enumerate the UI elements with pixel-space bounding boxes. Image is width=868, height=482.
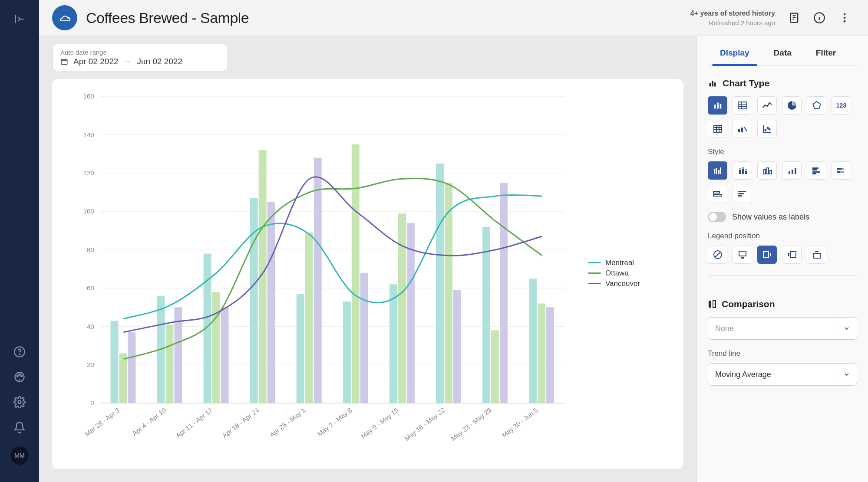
- svg-rect-96: [767, 168, 769, 174]
- show-values-label: Show values as labels: [732, 213, 809, 222]
- trend-value: Moving Average: [715, 370, 771, 379]
- svg-rect-99: [792, 170, 793, 174]
- svg-rect-85: [714, 169, 715, 174]
- svg-text:160: 160: [83, 93, 94, 100]
- tab-display[interactable]: Display: [708, 40, 762, 66]
- svg-rect-118: [770, 253, 771, 256]
- svg-rect-108: [840, 171, 844, 173]
- svg-text:60: 60: [87, 285, 94, 292]
- tab-data[interactable]: Data: [762, 40, 804, 66]
- page-title: Coffees Brewed - Sample: [86, 10, 249, 26]
- avatar[interactable]: MM: [10, 446, 29, 465]
- svg-text:Apr 25 - May 1: Apr 25 - May 1: [268, 407, 307, 439]
- svg-text:20: 20: [87, 361, 94, 368]
- refreshed-line: Refreshed 2 hours ago: [690, 18, 775, 27]
- chart-type-heading: Chart Type: [708, 78, 857, 89]
- svg-rect-73: [712, 81, 713, 87]
- comparison-icon: [708, 299, 716, 309]
- svg-text:Apr 18 - Apr 24: Apr 18 - Apr 24: [221, 407, 261, 439]
- comparison-select[interactable]: None: [708, 317, 857, 340]
- info-icon[interactable]: [813, 12, 825, 24]
- legend-label: Montreal: [605, 259, 634, 267]
- legend-position-heading: Legend position: [708, 232, 857, 240]
- bar-chart-icon: [708, 79, 717, 88]
- svg-rect-119: [791, 252, 796, 258]
- svg-rect-116: [741, 257, 744, 259]
- style-grouped-v[interactable]: [708, 161, 727, 180]
- svg-rect-46: [352, 144, 360, 403]
- date-range-picker[interactable]: Auto date range Apr 02 2022 → Jun 02 202…: [52, 44, 228, 71]
- style-outline-h[interactable]: [708, 185, 727, 203]
- svg-text:Apr 11 - Apr 17: Apr 11 - Apr 17: [175, 407, 214, 439]
- svg-rect-59: [500, 183, 508, 403]
- svg-point-10: [844, 17, 846, 19]
- collapse-icon[interactable]: [13, 13, 26, 25]
- legend-right[interactable]: [757, 246, 777, 264]
- chart-type-radar[interactable]: [807, 96, 826, 115]
- svg-rect-88: [720, 167, 721, 174]
- style-grid: [708, 161, 857, 203]
- svg-point-84: [769, 129, 770, 130]
- avatar-initials: MM: [14, 452, 24, 459]
- legend-left[interactable]: [782, 246, 802, 264]
- svg-rect-72: [710, 83, 711, 86]
- svg-rect-58: [453, 290, 461, 403]
- svg-rect-105: [837, 168, 842, 170]
- style-outline-v[interactable]: [757, 161, 777, 180]
- svg-rect-49: [491, 331, 499, 403]
- chart-type-grid: 123: [708, 96, 857, 138]
- chart-type-pivot[interactable]: [708, 120, 727, 138]
- show-values-toggle[interactable]: [708, 212, 726, 222]
- trend-heading: Trend line: [708, 349, 857, 358]
- bell-icon[interactable]: [13, 421, 26, 433]
- chart-type-pie[interactable]: [782, 96, 802, 115]
- svg-rect-75: [714, 105, 716, 109]
- svg-rect-34: [250, 198, 258, 403]
- legend-none[interactable]: [708, 246, 727, 264]
- trend-select[interactable]: Moving Average: [708, 363, 857, 386]
- style-stacked-h[interactable]: [832, 161, 851, 180]
- chart-type-scatter[interactable]: [757, 120, 777, 138]
- summarize-icon[interactable]: [788, 12, 800, 24]
- settings-icon[interactable]: [13, 396, 26, 408]
- help-icon[interactable]: [13, 346, 26, 358]
- svg-rect-113: [738, 195, 742, 197]
- svg-rect-112: [738, 193, 744, 194]
- legend-top[interactable]: [807, 246, 826, 264]
- svg-rect-60: [546, 308, 554, 403]
- chart: 020406080100120140160Mar 28 - Apr 3Apr 4…: [61, 88, 666, 460]
- chart-type-number[interactable]: 123: [832, 96, 851, 115]
- app-sidebar: MM: [0, 0, 39, 482]
- chart-type-line[interactable]: [757, 96, 777, 115]
- style-grouped-h[interactable]: [807, 161, 826, 180]
- style-ordered-v[interactable]: [782, 161, 802, 180]
- theme-icon[interactable]: [13, 371, 26, 383]
- date-range-label: Auto date range: [60, 49, 220, 56]
- svg-point-6: [18, 401, 21, 404]
- svg-text:0: 0: [90, 400, 94, 407]
- kebab-icon[interactable]: [838, 12, 851, 24]
- svg-text:May 2 - May 8: May 2 - May 8: [316, 407, 353, 438]
- style-ordered-h[interactable]: [733, 185, 752, 203]
- svg-rect-53: [221, 308, 229, 403]
- svg-rect-103: [812, 171, 820, 173]
- chart-card: 020406080100120140160Mar 28 - Apr 3Apr 4…: [52, 79, 683, 469]
- chart-type-combo[interactable]: [733, 120, 752, 138]
- svg-rect-92: [742, 167, 744, 169]
- style-stacked-v[interactable]: [733, 161, 752, 180]
- svg-rect-111: [738, 191, 746, 192]
- svg-rect-90: [739, 168, 741, 170]
- svg-text:May 16 - May 22: May 16 - May 22: [403, 407, 446, 443]
- svg-point-4: [19, 374, 20, 375]
- svg-rect-93: [745, 171, 747, 174]
- legend-bottom[interactable]: [733, 246, 752, 264]
- svg-rect-76: [717, 103, 719, 109]
- tab-filter[interactable]: Filter: [804, 40, 848, 66]
- chart-type-bar[interactable]: [708, 96, 727, 115]
- svg-point-82: [765, 130, 766, 131]
- svg-rect-80: [738, 129, 740, 132]
- arrow-right-icon: →: [124, 57, 132, 66]
- svg-rect-98: [789, 171, 790, 174]
- chart-type-table[interactable]: [733, 96, 752, 115]
- svg-text:80: 80: [87, 246, 94, 253]
